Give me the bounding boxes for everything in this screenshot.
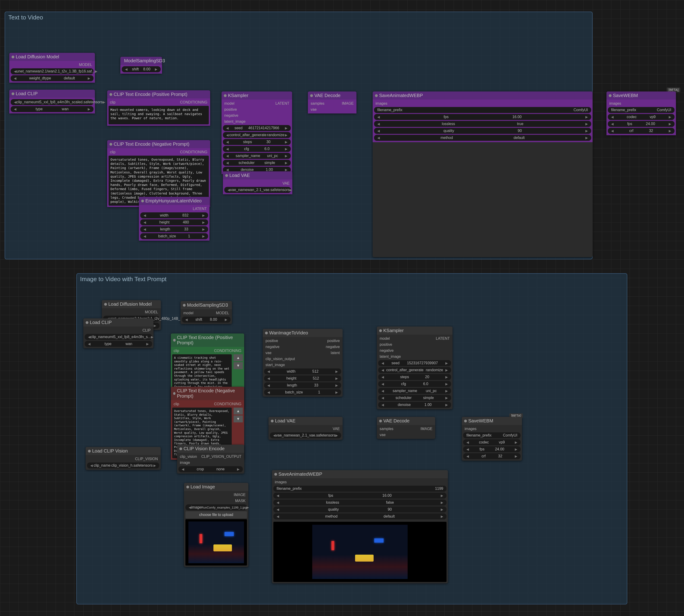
image-preview — [185, 519, 247, 566]
node-title: EmptyHunyuanLatentVideo — [145, 198, 202, 203]
node-title: KSampler — [383, 328, 404, 333]
node-title: Load CLIP — [90, 320, 112, 325]
node-load-clip-t2v[interactable]: Load CLIP ◀clip_nameumt5_xxl_fp8_e4m3fn_… — [9, 90, 95, 113]
node-title: ModelSamplingSD3 — [187, 303, 228, 308]
node-title: SaveAnimatedWEBP — [379, 93, 423, 98]
node-clip-vision-encode[interactable]: CLIP Vision Encode clip_visionCLIP_VISIO… — [177, 445, 244, 474]
node-title: KSampler — [228, 93, 248, 98]
next-arrow[interactable]: ▶ — [95, 69, 97, 73]
node-title: CLIP Text Encode (Positive Prompt) — [177, 335, 242, 346]
output-preview — [273, 522, 447, 582]
node-vae-decode-t2v[interactable]: VAE Decode samplesIMAGE vae — [308, 91, 357, 113]
node-title: ModelSamplingSD3 — [124, 58, 165, 63]
down-arrow-icon[interactable]: ▼ — [233, 362, 243, 369]
node-wan-i2v[interactable]: WanImageToVideo positivepositive negativ… — [263, 329, 343, 397]
node-save-webp-i2v[interactable]: SaveAnimatedWEBP images filename_prefix1… — [272, 470, 448, 584]
node-empty-latent-t2v[interactable]: EmptyHunyuanLatentVideo LATENT ◀width832… — [139, 197, 209, 241]
node-title: CLIP Text Encode (Negative Prompt) — [114, 141, 189, 147]
node-canvas[interactable]: Text to Video Load Diffusion Model MODEL… — [0, 0, 684, 616]
node-save-webp-t2v[interactable]: SaveAnimatedWEBP images filename_prefixC… — [373, 91, 593, 257]
node-load-image[interactable]: Load Image IMAGE MASK ◀imageRunComfy_exa… — [184, 483, 248, 567]
node-load-vae-t2v[interactable]: Load VAE VAE ◀vae_namewan_2.1_vae.safete… — [223, 171, 292, 194]
node-vae-decode-i2v[interactable]: VAE Decode samplesIMAGE vae — [377, 417, 435, 439]
node-title: VAE Decode — [314, 93, 341, 98]
node-title: VAE Decode — [383, 418, 409, 423]
node-title: Load CLIP — [16, 91, 38, 96]
node-title: CLIP Text Encode (Positive Prompt) — [114, 92, 187, 97]
node-title: Load Diffusion Model — [108, 302, 152, 307]
node-title: SaveWEBM — [468, 418, 493, 423]
node-ksampler-i2v[interactable]: KSampler modelLATENT positive negative l… — [377, 327, 453, 409]
node-model-sampling-i2v[interactable]: ModelSamplingSD3 modelMODEL ◀shift8.00▶ — [181, 301, 232, 324]
node-title: Load Diffusion Model — [16, 54, 59, 60]
node-save-webm-i2v[interactable]: SaveWEBM images filename_prefixComfyUI ◀… — [462, 417, 522, 461]
node-title: CLIP Vision Encode — [184, 446, 225, 452]
node-title: SaveAnimatedWEBP — [278, 471, 322, 477]
node-title: Load Image — [190, 484, 215, 489]
node-title: WanImageToVideo — [269, 330, 308, 335]
node-save-webm-t2v[interactable]: SaveWEBM images filename_prefixComfyUI ◀… — [607, 91, 676, 135]
node-ksampler-t2v[interactable]: KSampler modelLATENT positive negative l… — [222, 91, 292, 174]
choose-file-button[interactable]: choose file to upload — [185, 511, 247, 518]
positive-prompt-text[interactable]: Mast-mounted camera, looking down at dec… — [109, 106, 209, 124]
node-title: Load CLIP Vision — [92, 448, 128, 454]
node-load-vae-i2v[interactable]: Load VAE VAE ◀vae_namewan_2.1_vae.safete… — [269, 417, 343, 440]
prev-arrow[interactable]: ◀ — [14, 69, 17, 73]
node-load-clip-vision[interactable]: Load CLIP Vision CLIP_VISION ◀clip_namec… — [86, 447, 161, 470]
node-load-diffusion-t2v[interactable]: Load Diffusion Model MODEL ◀unet_namewan… — [9, 53, 95, 83]
up-arrow-icon[interactable]: ▲ — [233, 354, 243, 361]
node-clip-pos-t2v[interactable]: CLIP Text Encode (Positive Prompt) clipC… — [107, 90, 210, 126]
group-title-t2v: Text to Video — [6, 13, 591, 22]
up-arrow-icon[interactable]: ▲ — [233, 408, 243, 415]
node-load-clip-i2v[interactable]: Load CLIP CLIP ◀clip_nameumt5_xxl_fp8_e4… — [83, 318, 154, 348]
node-title: SaveWEBM — [613, 93, 638, 98]
node-title: CLIP Text Encode (Negative Prompt) — [177, 388, 242, 399]
node-title: Load VAE — [275, 418, 296, 423]
down-arrow-icon[interactable]: ▼ — [233, 415, 243, 422]
node-title: Load VAE — [229, 173, 250, 178]
node-model-sampling-t2v[interactable]: ModelSamplingSD3 ◀shift8.00▶ — [120, 57, 162, 74]
group-title-i2v: Image to Video with Text Prompt — [78, 274, 626, 284]
